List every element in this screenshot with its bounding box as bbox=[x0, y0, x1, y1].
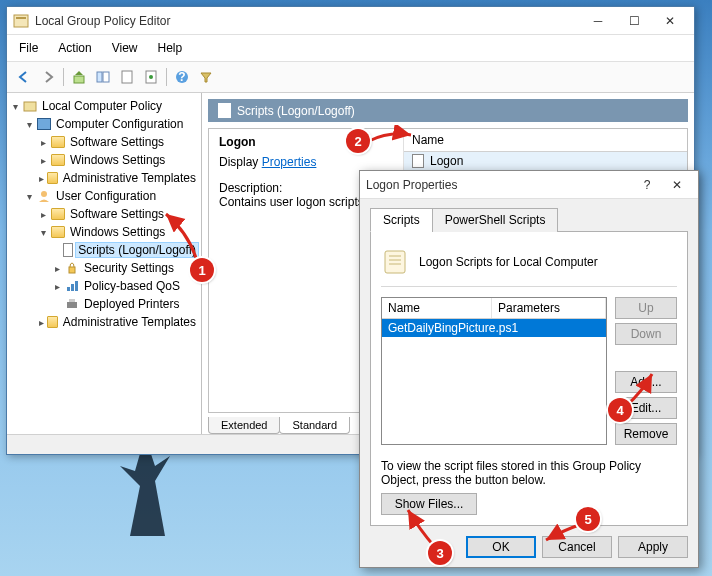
export-list-button[interactable] bbox=[116, 66, 138, 88]
svg-rect-12 bbox=[69, 267, 75, 273]
svg-rect-0 bbox=[14, 15, 28, 27]
dialog-titlebar[interactable]: Logon Properties ? ✕ bbox=[360, 171, 698, 199]
scripts-icon bbox=[218, 103, 231, 118]
tree-user-config[interactable]: User Configuration bbox=[53, 188, 159, 204]
dialog-title: Logon Properties bbox=[366, 178, 632, 192]
expand-icon[interactable]: ▸ bbox=[51, 263, 63, 274]
script-row-params bbox=[492, 319, 606, 337]
policy-root-icon bbox=[23, 99, 37, 113]
expand-icon[interactable]: ▸ bbox=[37, 209, 49, 220]
up-button[interactable] bbox=[68, 66, 90, 88]
tab-extended[interactable]: Extended bbox=[208, 417, 280, 434]
tab-scripts[interactable]: Scripts bbox=[370, 208, 433, 232]
dialog-close-button[interactable]: ✕ bbox=[662, 174, 692, 196]
minimize-button[interactable]: ─ bbox=[580, 10, 616, 32]
menu-help[interactable]: Help bbox=[154, 39, 187, 57]
col-name[interactable]: Name bbox=[382, 298, 492, 318]
show-hide-tree-button[interactable] bbox=[92, 66, 114, 88]
annotation-badge-1: 1 bbox=[190, 258, 214, 282]
svg-rect-17 bbox=[69, 299, 75, 302]
help-button[interactable]: ? bbox=[171, 66, 193, 88]
content-header: Scripts (Logon/Logoff) bbox=[208, 99, 688, 122]
user-icon bbox=[37, 189, 51, 203]
svg-rect-18 bbox=[385, 251, 405, 273]
expand-icon[interactable]: ▾ bbox=[9, 101, 21, 112]
hint-text: To view the script files stored in this … bbox=[381, 459, 677, 487]
list-header-name[interactable]: Name bbox=[404, 129, 687, 152]
expand-icon[interactable]: ▾ bbox=[23, 191, 35, 202]
tree-comp-config[interactable]: Computer Configuration bbox=[53, 116, 186, 132]
printers-icon bbox=[65, 297, 79, 311]
expand-icon[interactable]: ▸ bbox=[37, 317, 45, 328]
security-icon bbox=[65, 261, 79, 275]
tree-root[interactable]: Local Computer Policy bbox=[39, 98, 165, 114]
ok-button[interactable]: OK bbox=[466, 536, 536, 558]
content-header-text: Scripts (Logon/Logoff) bbox=[237, 104, 355, 118]
svg-point-11 bbox=[41, 191, 47, 197]
tab-powershell-scripts[interactable]: PowerShell Scripts bbox=[432, 208, 559, 232]
tree-uc-windows[interactable]: Windows Settings bbox=[67, 224, 168, 240]
tab-standard[interactable]: Standard bbox=[279, 417, 350, 434]
back-button[interactable] bbox=[13, 66, 35, 88]
expand-icon[interactable]: ▾ bbox=[23, 119, 35, 130]
folder-icon bbox=[51, 226, 65, 238]
col-parameters[interactable]: Parameters bbox=[492, 298, 606, 318]
script-scroll-icon bbox=[381, 248, 409, 276]
svg-rect-3 bbox=[97, 72, 102, 82]
gpedit-app-icon bbox=[13, 13, 29, 29]
scripts-icon bbox=[63, 243, 73, 257]
tree-cc-software[interactable]: Software Settings bbox=[67, 134, 167, 150]
forward-button[interactable] bbox=[37, 66, 59, 88]
expand-icon[interactable]: ▸ bbox=[37, 173, 45, 184]
menubar: File Action View Help bbox=[7, 35, 694, 62]
script-icon bbox=[412, 154, 424, 168]
expand-icon[interactable]: ▸ bbox=[37, 155, 49, 166]
svg-rect-13 bbox=[67, 287, 70, 291]
svg-rect-14 bbox=[71, 284, 74, 291]
svg-rect-4 bbox=[103, 72, 109, 82]
svg-rect-5 bbox=[122, 71, 132, 83]
tree-cc-admin[interactable]: Administrative Templates bbox=[60, 170, 199, 186]
properties-link[interactable]: Properties bbox=[262, 155, 317, 169]
gpedit-title: Local Group Policy Editor bbox=[35, 14, 580, 28]
tree-uc-printers[interactable]: Deployed Printers bbox=[81, 296, 182, 312]
qos-icon bbox=[65, 279, 79, 293]
svg-text:?: ? bbox=[178, 70, 185, 84]
folder-icon bbox=[51, 208, 65, 220]
script-row[interactable]: GetDailyBingPicture.ps1 bbox=[382, 319, 606, 337]
annotation-arrow-2 bbox=[365, 125, 415, 147]
maximize-button[interactable]: ☐ bbox=[616, 10, 652, 32]
menu-action[interactable]: Action bbox=[54, 39, 95, 57]
expand-icon[interactable]: ▸ bbox=[37, 137, 49, 148]
tree-uc-admin[interactable]: Administrative Templates bbox=[60, 314, 199, 330]
script-list[interactable]: Name Parameters GetDailyBingPicture.ps1 bbox=[381, 297, 607, 445]
svg-rect-16 bbox=[67, 302, 77, 308]
dialog-help-button[interactable]: ? bbox=[632, 174, 662, 196]
close-button[interactable]: ✕ bbox=[652, 10, 688, 32]
folder-icon bbox=[47, 172, 57, 184]
menu-view[interactable]: View bbox=[108, 39, 142, 57]
dialog-tabs: Scripts PowerShell Scripts bbox=[370, 207, 688, 232]
apply-button[interactable]: Apply bbox=[618, 536, 688, 558]
script-row-name: GetDailyBingPicture.ps1 bbox=[382, 319, 492, 337]
list-item-logon[interactable]: Logon bbox=[404, 152, 687, 170]
tree-uc-software[interactable]: Software Settings bbox=[67, 206, 167, 222]
tree-uc-qos[interactable]: Policy-based QoS bbox=[81, 278, 183, 294]
annotation-badge-2: 2 bbox=[346, 129, 370, 153]
folder-icon bbox=[51, 136, 65, 148]
filter-button[interactable] bbox=[195, 66, 217, 88]
svg-rect-2 bbox=[74, 76, 84, 83]
properties-button[interactable] bbox=[140, 66, 162, 88]
down-button[interactable]: Down bbox=[615, 323, 677, 345]
folder-icon bbox=[47, 316, 57, 328]
expand-icon[interactable]: ▾ bbox=[37, 227, 49, 238]
computer-icon bbox=[37, 118, 51, 130]
remove-button[interactable]: Remove bbox=[615, 423, 677, 445]
menu-file[interactable]: File bbox=[15, 39, 42, 57]
gpedit-titlebar[interactable]: Local Group Policy Editor ─ ☐ ✕ bbox=[7, 7, 694, 35]
up-button[interactable]: Up bbox=[615, 297, 677, 319]
svg-point-7 bbox=[149, 75, 153, 79]
expand-icon[interactable]: ▸ bbox=[51, 281, 63, 292]
tree-cc-windows[interactable]: Windows Settings bbox=[67, 152, 168, 168]
annotation-badge-3: 3 bbox=[428, 541, 452, 565]
